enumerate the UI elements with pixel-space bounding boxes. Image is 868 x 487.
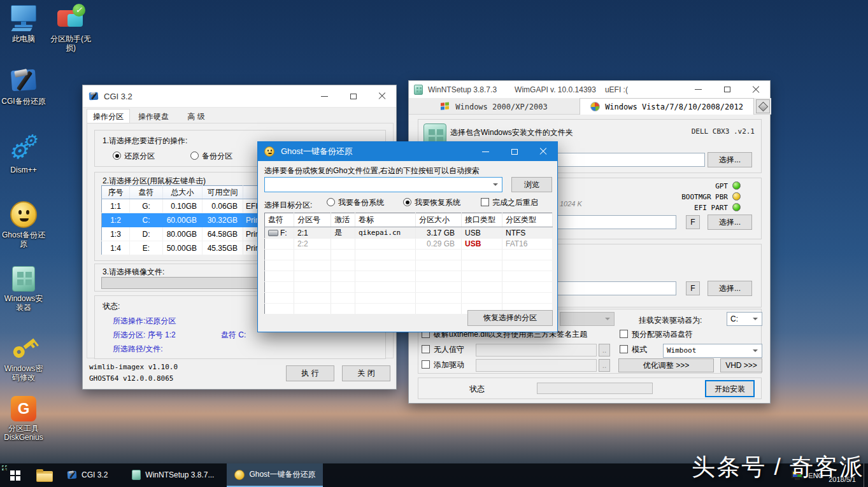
mode-dropdown[interactable]: Wimboot xyxy=(663,344,762,358)
unattend-browse-button[interactable]: .. xyxy=(599,344,610,356)
desktop-icon-windows-password[interactable]: Windows密 码修改 xyxy=(0,334,47,382)
start-button[interactable] xyxy=(0,463,30,487)
maximize-button[interactable] xyxy=(339,85,367,107)
restore-system-label[interactable]: 我要恢复系统 xyxy=(415,197,460,208)
install-f-button[interactable]: F xyxy=(686,281,700,295)
col-header[interactable]: 分区类型 xyxy=(502,213,553,227)
cgi-close-button[interactable]: 关 闭 xyxy=(342,365,390,381)
reboot-after-label[interactable]: 完成之后重启 xyxy=(492,197,538,208)
backup-system-radio[interactable] xyxy=(327,198,335,206)
unattend-checkbox[interactable] xyxy=(422,345,430,353)
col-header[interactable]: 盘符 xyxy=(130,186,163,199)
desktop-icon-windows-installer[interactable]: Windows安 装器 xyxy=(0,266,47,312)
taskbar-task-winntsetup[interactable]: WinNTSetup 3.8.7... xyxy=(124,463,222,487)
backup-partition-label[interactable]: 备份分区 xyxy=(202,151,232,162)
mount-drive-dropdown[interactable]: C: xyxy=(727,312,762,326)
windows-vista-logo-icon xyxy=(590,102,600,111)
restore-system-radio[interactable] xyxy=(403,198,411,206)
tab-advanced[interactable]: 高 级 xyxy=(178,110,215,124)
restore-partition-label[interactable]: 还原分区 xyxy=(124,151,155,162)
cell-index: 1:1 xyxy=(102,199,130,213)
mode-label[interactable]: 模式 xyxy=(632,344,647,355)
col-header[interactable]: 分区号 xyxy=(294,213,331,227)
selected-path: 所选路径/文件: xyxy=(113,344,163,355)
eraser-tool-button[interactable] xyxy=(756,99,770,113)
prealloc-checkbox[interactable] xyxy=(620,330,628,338)
tab-label: Windows Vista/7/8/10/2008/2012 xyxy=(605,102,743,111)
vhd-button[interactable]: VHD >>> xyxy=(720,358,762,372)
cell-size: 60.00GB xyxy=(163,213,203,227)
cgi-app-icon xyxy=(89,91,99,101)
table-row-selected[interactable]: F: 2:1 是 qikepai.cn 3.17 GB USB NTFS xyxy=(265,227,553,239)
diskgenius-icon xyxy=(11,396,36,421)
col-header[interactable]: 序号 xyxy=(102,186,130,199)
restore-selected-partition-button[interactable]: 恢复选择的分区 xyxy=(467,310,553,326)
bootsect-dropdown[interactable] xyxy=(560,312,615,326)
boot-select-button[interactable]: 选择... xyxy=(708,215,752,230)
add-driver-label[interactable]: 添加驱动 xyxy=(434,360,464,371)
tab-operate-partition[interactable]: 操作分区 xyxy=(87,109,130,124)
driver-browse-button[interactable]: .. xyxy=(599,359,610,372)
taskbar-task-ghost[interactable]: Ghost一键备份还原 xyxy=(227,463,323,487)
boot-f-button[interactable]: F xyxy=(686,215,700,229)
maximize-button[interactable] xyxy=(713,81,741,98)
desktop-icon-diskgenius[interactable]: 分区工具 DiskGenius xyxy=(0,396,47,442)
winnt-titlebar[interactable]: WinNTSetup 3.8.7.3 WimGAPI v. 10.0.14393… xyxy=(409,81,770,98)
driver-input[interactable] xyxy=(476,359,597,372)
desktop-icon-dism[interactable]: Dism++ xyxy=(0,135,47,174)
minimize-button[interactable] xyxy=(310,85,339,107)
gho-file-combo[interactable] xyxy=(264,177,502,192)
execute-button[interactable]: 执 行 xyxy=(286,365,334,381)
desktop-icon-this-pc[interactable]: 此电脑 xyxy=(0,4,47,43)
target-partition-label: 选择目标分区: xyxy=(264,200,312,211)
close-button[interactable] xyxy=(529,142,557,161)
unattend-input[interactable] xyxy=(476,344,597,356)
desktop-icon-ghost[interactable]: Ghost备份还 原 xyxy=(0,201,47,248)
source-select-button[interactable]: 选择... xyxy=(708,152,752,167)
table-header-row: 盘符 分区号 激活 卷标 分区大小 接口类型 分区类型 xyxy=(265,213,553,227)
col-header[interactable]: 总大小 xyxy=(163,186,203,199)
cell-index: 1:3 xyxy=(102,227,130,241)
minimize-button[interactable] xyxy=(684,81,713,98)
add-driver-checkbox[interactable] xyxy=(422,360,430,369)
reboot-after-checkbox[interactable] xyxy=(481,198,489,206)
prealloc-label[interactable]: 预分配驱动器盘符 xyxy=(632,329,693,340)
tab-windows-xp[interactable]: Windows 2000/XP/2003 xyxy=(409,99,580,115)
col-header[interactable]: 盘符 xyxy=(265,213,294,227)
browse-button[interactable]: 浏览 xyxy=(511,177,552,192)
step3-label: 3.请选择镜像文件: xyxy=(103,267,164,278)
col-header[interactable]: 卷标 xyxy=(355,213,416,227)
close-button[interactable] xyxy=(367,85,396,107)
key-icon xyxy=(3,328,43,368)
col-header[interactable]: 分区大小 xyxy=(416,213,462,227)
backup-system-label[interactable]: 我要备份系统 xyxy=(338,197,384,208)
maximize-button[interactable] xyxy=(500,142,529,161)
desktop-icon-label: 分区工具 DiskGenius xyxy=(0,424,47,442)
winnt-status-section: 状态 开始安装 xyxy=(418,378,762,399)
install-select-button[interactable]: 选择... xyxy=(708,281,752,296)
table-row[interactable]: 2:2 0.29 GB USB FAT16 xyxy=(265,239,553,250)
desktop-icon-partition-assistant[interactable]: 分区助手(无 损) xyxy=(47,4,94,52)
restore-partition-radio[interactable] xyxy=(113,152,121,160)
col-header[interactable]: 接口类型 xyxy=(462,213,502,227)
selected-operation: 所选操作:还原分区 xyxy=(113,316,176,327)
cell-partnum: 2:1 xyxy=(294,227,331,239)
col-header[interactable]: 激活 xyxy=(331,213,355,227)
mode-checkbox[interactable] xyxy=(620,345,628,353)
taskbar-task-cgi[interactable]: CGI 3.2 xyxy=(59,463,115,487)
desktop-icon-cgi[interactable]: CGI备份还原 xyxy=(0,66,47,106)
tab-windows-vista[interactable]: Windows Vista/7/8/10/2008/2012 xyxy=(580,98,754,115)
close-button[interactable] xyxy=(741,81,770,98)
tweaks-button[interactable]: 优化调整 >>> xyxy=(618,358,714,372)
desktop-icon-label: Ghost备份还 原 xyxy=(0,230,47,248)
unattend-label[interactable]: 无人值守 xyxy=(434,344,464,355)
start-install-button[interactable]: 开始安装 xyxy=(705,380,755,397)
cell-size: 0.10GB xyxy=(163,199,203,213)
cgi-titlebar[interactable]: CGI 3.2 xyxy=(83,85,396,108)
col-header[interactable]: 可用空间 xyxy=(203,186,243,199)
minimize-button[interactable] xyxy=(471,142,500,161)
backup-partition-radio[interactable] xyxy=(190,152,199,160)
file-explorer-button[interactable] xyxy=(30,463,59,487)
tab-operate-disk[interactable]: 操作硬盘 xyxy=(131,110,176,124)
ghost-titlebar[interactable]: Ghost一键备份还原 xyxy=(258,142,557,161)
